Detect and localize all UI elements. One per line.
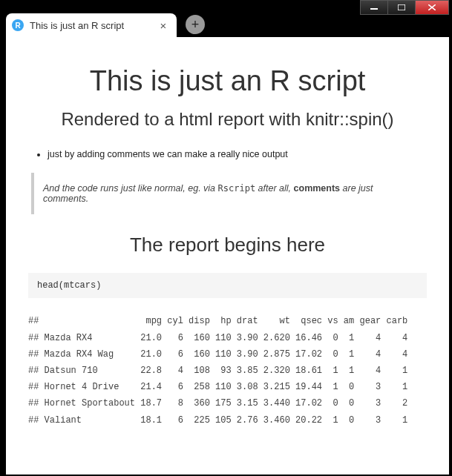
code-output: ## mpg cyl disp hp drat wt qsec vs am ge… [28, 313, 427, 428]
page-viewport[interactable]: This is just an R script Rendered to a h… [6, 37, 449, 475]
r-favicon-icon: R [12, 19, 24, 31]
bullet-list: just by adding comments we can make a re… [28, 149, 427, 159]
quote-text: And the code runs just like normal, eg. … [43, 183, 218, 194]
quote-bold: comments [294, 183, 341, 194]
close-tab-icon[interactable]: × [157, 19, 169, 31]
quote-code: Rscript [218, 183, 256, 194]
new-tab-button[interactable]: + [186, 15, 205, 34]
quote-text: after all, [255, 183, 293, 194]
list-item: just by adding comments we can make a re… [48, 149, 427, 159]
code-block: head(mtcars) [28, 273, 427, 298]
blockquote: And the code runs just like normal, eg. … [31, 173, 427, 214]
browser-tab[interactable]: R This is just an R script × [6, 13, 177, 37]
plus-icon: + [191, 17, 200, 33]
page-title: This is just an R script [28, 65, 427, 97]
section-heading: The report begins here [28, 234, 427, 257]
page-subtitle: Rendered to a html report with knitr::sp… [28, 108, 427, 131]
tab-strip: R This is just an R script × + [6, 12, 446, 37]
svg-rect-1 [398, 4, 405, 10]
tab-title: This is just an R script [30, 20, 151, 31]
document: This is just an R script Rendered to a h… [6, 37, 449, 443]
svg-rect-0 [370, 8, 378, 10]
